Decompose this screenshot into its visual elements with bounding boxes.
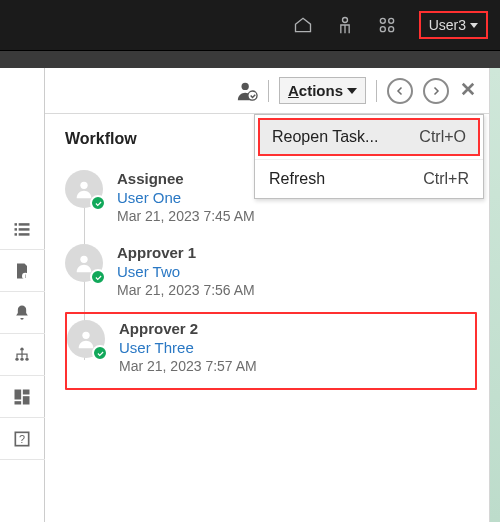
rail-bell-icon[interactable]: [0, 292, 45, 334]
prev-button[interactable]: [387, 78, 413, 104]
caret-down-icon: [470, 23, 478, 28]
workflow-role: Approver 2: [119, 320, 257, 337]
menu-item-label: Refresh: [269, 170, 325, 188]
svg-point-24: [248, 91, 257, 100]
workflow-timestamp: Mar 21, 2023 7:56 AM: [117, 282, 255, 298]
workflow-role: Approver 1: [117, 244, 255, 261]
person-icon[interactable]: [335, 15, 355, 35]
svg-text:i: i: [25, 272, 26, 278]
right-edge: [490, 68, 500, 522]
workflow-item: Approver 1 User Two Mar 21, 2023 7:56 AM: [65, 238, 477, 312]
topbar: User3: [0, 0, 500, 50]
workflow-timestamp: Mar 21, 2023 7:45 AM: [117, 208, 255, 224]
menu-item-shortcut: Ctrl+O: [419, 128, 466, 146]
rail-help-icon[interactable]: ?: [0, 418, 45, 460]
check-icon: [90, 269, 106, 285]
svg-rect-5: [15, 223, 18, 226]
avatar: [65, 244, 103, 282]
svg-point-15: [20, 357, 23, 360]
separator: [376, 80, 377, 102]
next-button[interactable]: [423, 78, 449, 104]
svg-point-3: [380, 27, 385, 32]
caret-down-icon: [347, 88, 357, 94]
svg-text:?: ?: [19, 433, 25, 445]
svg-point-1: [380, 18, 385, 23]
avatar: [67, 320, 105, 358]
user-menu[interactable]: User3: [419, 11, 488, 39]
menu-item-refresh[interactable]: Refresh Ctrl+R: [255, 159, 483, 198]
svg-point-26: [80, 256, 87, 263]
grid-icon[interactable]: [377, 15, 397, 35]
svg-point-14: [15, 357, 18, 360]
workflow-user-link[interactable]: User Two: [117, 263, 255, 280]
rail-list-icon[interactable]: [0, 208, 45, 250]
check-icon: [90, 195, 106, 211]
left-rail: i ?: [0, 68, 45, 522]
svg-point-25: [80, 182, 87, 189]
svg-rect-8: [19, 228, 30, 231]
menu-item-shortcut: Ctrl+R: [423, 170, 469, 188]
avatar: [65, 170, 103, 208]
home-icon[interactable]: [293, 15, 313, 35]
svg-rect-7: [15, 228, 18, 231]
workflow-user-link[interactable]: User Three: [119, 339, 257, 356]
svg-point-0: [342, 18, 347, 23]
user-label: User3: [429, 17, 466, 33]
svg-point-23: [241, 82, 248, 89]
svg-point-4: [388, 27, 393, 32]
reassign-icon[interactable]: [236, 80, 258, 102]
svg-rect-6: [19, 223, 30, 226]
svg-rect-9: [15, 233, 18, 236]
svg-rect-20: [15, 401, 22, 404]
workflow-user-link[interactable]: User One: [117, 189, 255, 206]
svg-point-27: [82, 332, 89, 339]
svg-rect-17: [15, 389, 22, 399]
menu-item-reopen-task[interactable]: Reopen Task... Ctrl+O: [258, 118, 480, 156]
menu-item-label: Reopen Task...: [272, 128, 378, 146]
svg-rect-19: [23, 396, 30, 404]
separator: [268, 80, 269, 102]
subheader-gap: [0, 50, 500, 68]
workflow-timestamp: Mar 21, 2023 7:57 AM: [119, 358, 257, 374]
svg-point-2: [388, 18, 393, 23]
svg-rect-18: [23, 389, 30, 394]
close-button[interactable]: [459, 80, 477, 102]
svg-rect-10: [19, 233, 30, 236]
workflow-role: Assignee: [117, 170, 255, 187]
task-panel: Actions Reopen Task... Ctrl+O Refresh C: [45, 68, 490, 522]
panel-toolbar: Actions: [45, 68, 489, 114]
actions-button[interactable]: Actions: [279, 77, 366, 104]
workflow-item-highlighted: Approver 2 User Three Mar 21, 2023 7:57 …: [65, 312, 477, 390]
actions-label-rest: ctions: [299, 82, 343, 99]
check-icon: [92, 345, 108, 361]
actions-menu: Reopen Task... Ctrl+O Refresh Ctrl+R: [254, 114, 484, 199]
svg-point-16: [25, 357, 28, 360]
svg-point-13: [20, 347, 23, 350]
rail-hierarchy-icon[interactable]: [0, 334, 45, 376]
rail-dashboard-icon[interactable]: [0, 376, 45, 418]
rail-document-icon[interactable]: i: [0, 250, 45, 292]
